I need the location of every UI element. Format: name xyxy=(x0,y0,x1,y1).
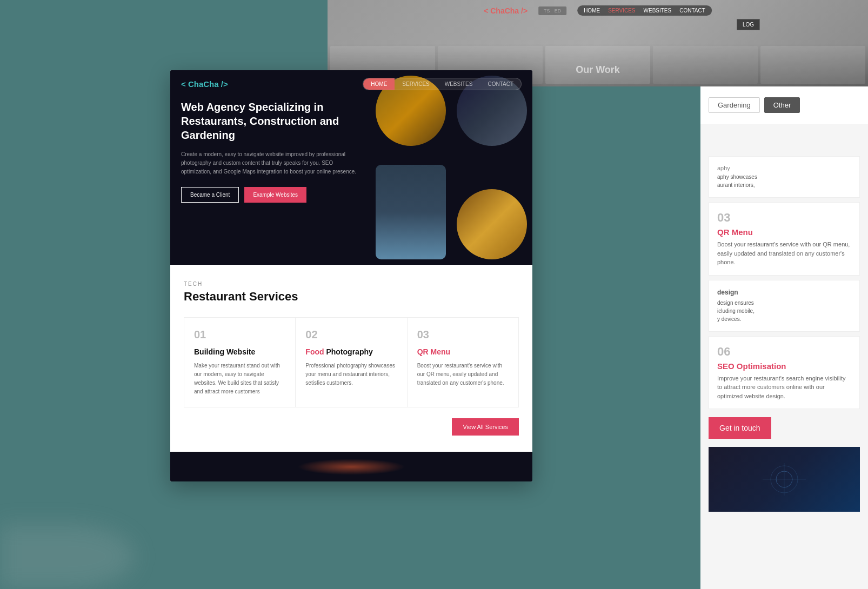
right-design-label: design xyxy=(717,289,851,296)
decorative-blob xyxy=(0,524,135,589)
card-nav-items: HOME SERVICES WEBSITES CONTACT xyxy=(363,78,522,90)
right-design-desc: design ensuresicluding mobile,y devices. xyxy=(717,299,851,323)
service-card-01: 01 Building Website Make your restaurant… xyxy=(184,318,295,407)
filter-tab-gardening[interactable]: Gardening xyxy=(709,97,760,113)
hero-images xyxy=(370,70,532,265)
example-websites-button[interactable]: Example Websites xyxy=(244,187,306,203)
service-card-02: 02 Food Photography Professional photogr… xyxy=(296,318,406,407)
filter-tab-other[interactable]: Other xyxy=(764,97,800,113)
card-logo: < ChaCha /> xyxy=(181,79,228,89)
bg-nav-home: HOME xyxy=(584,8,600,14)
hero-content: Web Agency Specializing in Restaurants, … xyxy=(181,100,365,203)
card-nav-home[interactable]: HOME xyxy=(363,78,395,90)
get-in-touch-button[interactable]: Get in touch xyxy=(709,417,771,439)
right-partial-desc: aphy showcasesaurant interiors, xyxy=(717,173,851,189)
hero-buttons: Became a Client Example Websites xyxy=(181,187,365,203)
right-panel: Gardening Other aphy aphy showcasesauran… xyxy=(700,86,868,589)
service-02-photography: Photography xyxy=(326,347,372,356)
logo-text: < ChaCha /> xyxy=(181,79,228,89)
service-03-desc: Boost your restaurant's service with our… xyxy=(417,362,509,387)
hero-title: Web Agency Specializing in Restaurants, … xyxy=(181,100,365,142)
right-service-03-desc: Boost your restaurant's service with our… xyxy=(717,240,851,267)
services-grid: 01 Building Website Make your restaurant… xyxy=(184,317,519,407)
card-nav-websites[interactable]: WEBSITES xyxy=(437,78,480,90)
hero-img-food xyxy=(457,189,527,259)
right-service-03-num: 03 xyxy=(717,211,851,225)
dark-bottom-section xyxy=(170,452,532,481)
right-service-card-design: design design ensuresicluding mobile,y d… xyxy=(709,280,860,332)
became-client-button[interactable]: Became a Client xyxy=(181,187,239,203)
view-all-container: View All Services xyxy=(184,418,519,436)
service-01-title: Building Website xyxy=(194,347,285,356)
service-02-title: Food Photography xyxy=(305,347,397,356)
right-service-06-num: 06 xyxy=(717,345,851,359)
card-nav-services[interactable]: SERVICES xyxy=(395,78,437,90)
bg-nav-websites: WEBSITES xyxy=(644,8,672,14)
dark-glow-effect xyxy=(297,459,405,475)
service-01-num: 01 xyxy=(194,329,285,341)
hero-section: < ChaCha /> HOME SERVICES WEBSITES CONTA… xyxy=(170,70,532,265)
service-03-num: 03 xyxy=(417,329,509,341)
right-service-card-03: 03 QR Menu Boost your restaurant's servi… xyxy=(709,202,860,276)
hero-img-devices xyxy=(376,165,446,259)
bg-nav-services: SERVICES xyxy=(608,8,635,14)
right-service-card-06: 06 SEO Optimisation Improve your restaur… xyxy=(709,336,860,410)
service-03-title: QR Menu xyxy=(417,347,509,356)
service-02-desc: Professional photography showcases your … xyxy=(305,362,397,387)
right-service-06-desc: Improve your restaurant's search engine … xyxy=(717,374,851,401)
bg-logo: < ChaCha /> xyxy=(484,6,528,15)
right-service-card-partial: aphy aphy showcasesaurant interiors, xyxy=(709,156,860,198)
right-bottom-image xyxy=(709,447,860,512)
services-section: TECH Restaurant Services 01 Building Web… xyxy=(170,265,532,452)
service-02-highlight: Food xyxy=(305,347,324,356)
service-02-num: 02 xyxy=(305,329,397,341)
card-navbar: < ChaCha /> HOME SERVICES WEBSITES CONTA… xyxy=(170,70,532,98)
filter-tabs-container: Gardening Other xyxy=(700,86,868,124)
bg-log-button[interactable]: LOG xyxy=(737,19,760,30)
main-website-card: < ChaCha /> HOME SERVICES WEBSITES CONTA… xyxy=(170,70,532,481)
right-service-03-title: QR Menu xyxy=(717,227,851,237)
service-card-03: 03 QR Menu Boost your restaurant's servi… xyxy=(408,318,518,407)
hero-description: Create a modern, easy to navigate websit… xyxy=(181,150,365,176)
right-service-06-title: SEO Optimisation xyxy=(717,362,851,371)
bg-nav-contact: CONTACT xyxy=(679,8,705,14)
right-partial-label: aphy xyxy=(717,165,851,171)
card-nav-contact[interactable]: CONTACT xyxy=(480,78,521,90)
services-label: TECH xyxy=(184,281,519,287)
view-all-services-button[interactable]: View All Services xyxy=(452,418,519,436)
services-title: Restaurant Services xyxy=(184,290,519,304)
service-01-desc: Make your restaurant stand out with our … xyxy=(194,362,285,396)
hero-image-collage xyxy=(370,70,532,265)
